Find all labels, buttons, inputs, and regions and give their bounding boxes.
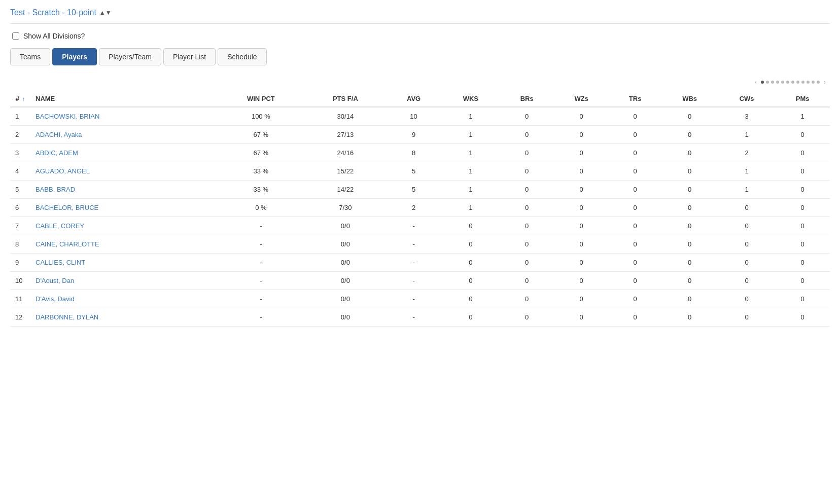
dot-8 [796,81,799,84]
cell-stat: 0 [609,126,661,144]
cell-stat: 0 [441,308,500,327]
cell-stat: 0 [554,181,609,199]
col-wzs: WZs [554,91,609,107]
cell-name[interactable]: CAINE, CHARLOTTE [30,235,217,254]
cell-name[interactable]: BACHOWSKI, BRIAN [30,107,217,126]
col-avg: AVG [386,91,441,107]
cell-rank: 10 [10,272,30,290]
cell-stat: 0 [609,308,661,327]
sort-arrow-rank: ↑ [22,96,25,102]
cell-stat: 2 [386,199,441,217]
cell-stat: 0 [441,290,500,308]
cell-stat: - [386,217,441,235]
dot-2 [766,81,769,84]
tab-player-list[interactable]: Player List [163,48,216,65]
cell-name[interactable]: DARBONNE, DYLAN [30,308,217,327]
table-row: 6BACHELOR, BRUCE0 %7/3021000000 [10,199,830,217]
cell-stat: 0 [661,199,718,217]
cell-stat: 1 [441,126,500,144]
cell-stat: 0 [775,181,830,199]
cell-stat: 30/14 [305,107,387,126]
players-table: # ↑ NAME WIN PCT PTS F/A AVG WKS BRs WZs… [10,91,830,327]
cell-stat: 0 [500,162,554,181]
cell-stat: 0 [775,290,830,308]
cell-stat: 0 [661,217,718,235]
cell-stat: 1 [441,144,500,162]
division-row: Show All Divisions? [10,32,830,40]
cell-stat: 0 [609,272,661,290]
cell-stat: 14/22 [305,181,387,199]
cell-rank: 3 [10,144,30,162]
cell-stat: 0 [554,144,609,162]
scroll-left-arrow[interactable]: ‹ [753,78,759,87]
cell-stat: 0 [775,254,830,272]
col-trs: TRs [609,91,661,107]
scroll-dots [761,81,820,84]
league-selector[interactable]: Test - Scratch - 10-point ▲▼ [10,8,112,17]
col-name: NAME [30,91,217,107]
dot-5 [781,81,784,84]
dot-10 [807,81,810,84]
cell-name[interactable]: ABDIC, ADEM [30,144,217,162]
cell-stat: 0 % [217,199,304,217]
cell-name[interactable]: D'Aoust, Dan [30,272,217,290]
cell-name[interactable]: AGUADO, ANGEL [30,162,217,181]
cell-stat: 0 [554,199,609,217]
col-brs: BRs [500,91,554,107]
cell-rank: 6 [10,199,30,217]
cell-stat: 0 [609,162,661,181]
cell-rank: 8 [10,235,30,254]
tab-schedule[interactable]: Schedule [218,48,266,65]
cell-name[interactable]: CALLIES, CLINT [30,254,217,272]
dot-3 [771,81,774,84]
cell-stat: 15/22 [305,162,387,181]
col-win-pct: WIN PCT [217,91,304,107]
cell-stat: 0 [661,290,718,308]
sort-icon: ▲▼ [99,9,112,16]
col-pts-fa: PTS F/A [305,91,387,107]
cell-stat: 0 [718,308,776,327]
cell-stat: 9 [386,126,441,144]
cell-name[interactable]: D'Avis, David [30,290,217,308]
cell-stat: 5 [386,181,441,199]
scroll-right-arrow[interactable]: › [822,78,828,87]
cell-stat: 0/0 [305,217,387,235]
tab-teams[interactable]: Teams [10,48,50,65]
cell-stat: 0 [500,308,554,327]
cell-stat: 0 [661,254,718,272]
cell-stat: - [386,272,441,290]
cell-stat: 0 [775,272,830,290]
cell-stat: 10 [386,107,441,126]
cell-stat: 0 [500,272,554,290]
cell-rank: 7 [10,217,30,235]
cell-stat: 0/0 [305,254,387,272]
cell-name[interactable]: BABB, BRAD [30,181,217,199]
cell-stat: 0 [775,217,830,235]
cell-rank: 1 [10,107,30,126]
show-all-divisions-checkbox[interactable] [12,32,19,40]
cell-stat: - [217,217,304,235]
table-body: 1BACHOWSKI, BRIAN100 %30/141010000312ADA… [10,107,830,327]
cell-name[interactable]: BACHELOR, BRUCE [30,199,217,217]
table-row: 8CAINE, CHARLOTTE-0/0-0000000 [10,235,830,254]
cell-stat: 0 [554,308,609,327]
tab-players-team[interactable]: Players/Team [99,48,161,65]
dot-12 [817,81,820,84]
cell-name[interactable]: ADACHI, Ayaka [30,126,217,144]
tab-players[interactable]: Players [52,48,97,65]
top-bar: Test - Scratch - 10-point ▲▼ [10,8,830,24]
cell-stat: 0 [554,126,609,144]
cell-stat: 0 [609,217,661,235]
col-rank[interactable]: # ↑ [10,91,30,107]
cell-stat: 0/0 [305,290,387,308]
table-row: 12DARBONNE, DYLAN-0/0-0000000 [10,308,830,327]
dot-6 [786,81,789,84]
cell-stat: 0 [554,162,609,181]
cell-stat: 0 [609,144,661,162]
cell-stat: 0 [500,126,554,144]
cell-name[interactable]: CABLE, COREY [30,217,217,235]
cell-stat: 0 [661,235,718,254]
dot-11 [812,81,815,84]
cell-stat: 0 [718,254,776,272]
show-all-divisions-label[interactable]: Show All Divisions? [23,32,85,40]
